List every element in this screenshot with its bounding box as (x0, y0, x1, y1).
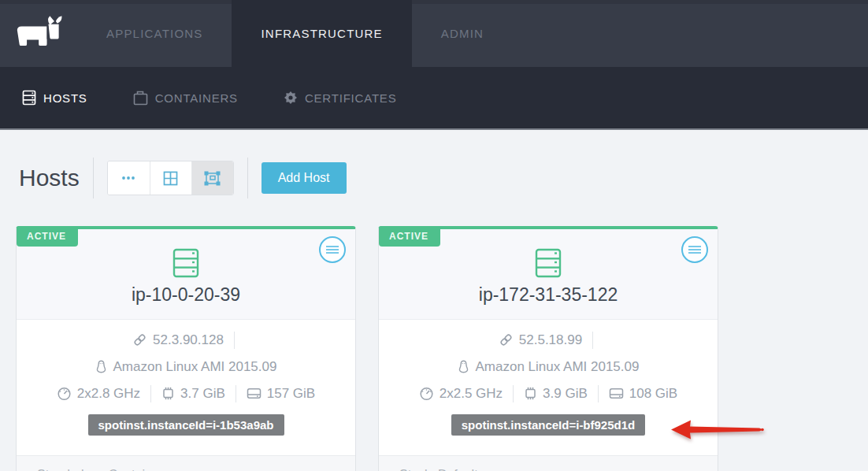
divider (513, 385, 514, 402)
host-disk: 108 GiB (629, 386, 677, 402)
server-icon (535, 248, 562, 278)
subnav-item-certificates[interactable]: CERTIFICATES (284, 91, 397, 105)
host-label-tag: spotinst.instanceId=i-1b53a9ab (88, 414, 284, 436)
dots-icon (121, 176, 135, 180)
host-card-ip-10-0-20-39: ACTIVE (16, 226, 356, 471)
gauge-icon (57, 387, 72, 401)
cpu-spec: 2x2.8 GHz (57, 386, 140, 402)
host-os-row: Amazon Linux AMI 2015.09 (17, 356, 355, 377)
page-title: Hosts (19, 165, 80, 191)
host-memory: 3.9 GiB (543, 386, 588, 402)
host-menu-button[interactable] (319, 236, 346, 263)
host-card-footer: Stack: Default (379, 455, 718, 471)
top-nav-tabs: APPLICATIONS INFRASTRUCTURE ADMIN (77, 0, 513, 67)
linux-icon (458, 360, 469, 373)
tab-admin[interactable]: ADMIN (412, 0, 513, 67)
divider (236, 385, 236, 402)
rancher-hosts-page: APPLICATIONS INFRASTRUCTURE ADMIN HOSTS (0, 0, 868, 471)
hamburger-icon (325, 245, 339, 254)
host-os: Amazon Linux AMI 2015.09 (476, 359, 640, 375)
cpu-spec: 2x2.5 GHz (419, 386, 503, 402)
host-menu-button[interactable] (681, 236, 708, 263)
footer-section-label: Stack: Default (399, 468, 478, 471)
gauge-icon (419, 387, 434, 401)
subnav-item-hosts[interactable]: HOSTS (22, 90, 87, 106)
cow-icon (15, 15, 67, 53)
expanded-icon (204, 171, 221, 186)
view-toggle-group (107, 161, 234, 195)
subnav-item-containers[interactable]: CONTAINERS (133, 91, 238, 106)
disk-icon (247, 388, 262, 399)
host-card-body: 52.5.18.99 Amazon Linux AMI 2015.09 (379, 320, 718, 449)
host-specs-row: 2x2.8 GHz 3.7 GiB (17, 383, 355, 404)
footer-section-label: Stand-alone Containers (37, 468, 169, 471)
tab-applications[interactable]: APPLICATIONS (77, 0, 232, 67)
hosts-toolbar: Hosts (19, 158, 868, 198)
memory-chip-icon (524, 387, 537, 400)
subnav-hosts-label: HOSTS (43, 91, 87, 105)
host-label-tag: spotinst.instanceId=i-bf925d1d (451, 414, 645, 436)
rancher-logo[interactable] (13, 0, 69, 67)
host-cpu: 2x2.5 GHz (440, 386, 503, 402)
hamburger-icon (688, 245, 702, 254)
subnav-certificates-label: CERTIFICATES (305, 91, 397, 105)
disk-spec: 157 GiB (247, 386, 315, 402)
host-card-footer: Stand-alone Containers (17, 455, 355, 471)
host-card-ip-172-31-35-122: ACTIVE (378, 226, 718, 471)
host-card-body: 52.3.90.128 Amazon Linux AMI 2015.09 (17, 320, 355, 449)
host-os-row: Amazon Linux AMI 2015.09 (379, 356, 718, 377)
host-icon (22, 90, 36, 106)
memory-chip-icon (161, 387, 175, 400)
infrastructure-subnav: HOSTS CONTAINERS CERTIFICATES (0, 67, 868, 130)
linux-icon (95, 360, 107, 373)
host-specs-row: 2x2.5 GHz 3.9 GiB (379, 383, 718, 404)
memory-spec: 3.7 GiB (161, 386, 225, 402)
server-icon (172, 248, 199, 278)
status-badge: ACTIVE (379, 226, 440, 247)
divider (93, 158, 94, 198)
host-memory: 3.7 GiB (180, 386, 225, 402)
status-badge: ACTIVE (17, 226, 78, 247)
host-ip: 52.3.90.128 (153, 332, 224, 348)
grid-icon (163, 171, 178, 186)
container-icon (133, 91, 148, 106)
disk-icon (609, 388, 624, 399)
divider (234, 332, 235, 349)
disk-spec: 108 GiB (609, 386, 677, 402)
memory-spec: 3.9 GiB (524, 386, 588, 402)
link-icon (133, 333, 147, 347)
top-navbar: APPLICATIONS INFRASTRUCTURE ADMIN (0, 0, 868, 67)
certificate-icon (284, 91, 298, 105)
divider (247, 158, 248, 198)
grid-view-button[interactable] (150, 161, 191, 195)
subnav-containers-label: CONTAINERS (155, 91, 238, 105)
tab-infrastructure[interactable]: INFRASTRUCTURE (232, 0, 411, 67)
host-cpu: 2x2.8 GHz (77, 386, 140, 402)
host-name[interactable]: ip-10-0-20-39 (17, 284, 355, 306)
list-view-button[interactable] (108, 161, 150, 195)
host-os: Amazon Linux AMI 2015.09 (113, 359, 277, 375)
host-ip: 52.5.18.99 (519, 332, 582, 348)
link-icon (499, 333, 513, 347)
divider (150, 385, 151, 402)
divider (592, 332, 593, 349)
host-name[interactable]: ip-172-31-35-122 (379, 284, 718, 306)
divider (598, 385, 599, 402)
red-arrow-annotation (671, 418, 766, 442)
host-ip-row: 52.5.18.99 (379, 329, 718, 350)
host-ip-row: 52.3.90.128 (17, 329, 355, 350)
expanded-view-button[interactable] (191, 161, 233, 195)
add-host-button[interactable]: Add Host (262, 162, 347, 194)
host-disk: 157 GiB (267, 386, 315, 402)
